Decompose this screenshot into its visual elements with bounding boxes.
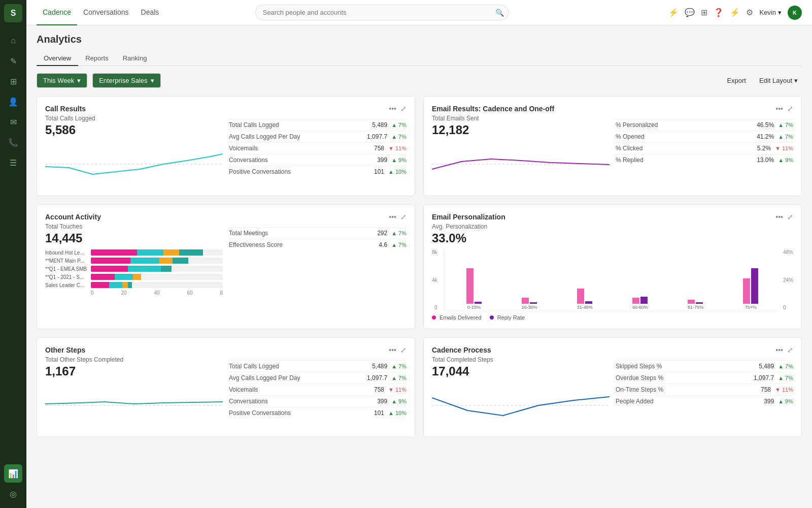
bar-row: **Q1 - 2021 - S...	[45, 274, 223, 280]
other-steps-chart	[45, 383, 223, 425]
cadence-process-total-label: Total Completed Steps	[432, 356, 610, 363]
activity-icon[interactable]: ⚡	[668, 8, 679, 17]
cadence-process-card: Cadence Process ••• ⤢ Total Completed St…	[423, 337, 802, 437]
email-personalization-header: Email Personalization ••• ⤢	[432, 213, 793, 221]
main-area: Cadence Conversations Deals 🔍 ⚡ 💬 ⊞ ❓ ⚡ …	[26, 0, 812, 508]
call-results-card: Call Results ••• ⤢ Total Calls Logged 5,…	[37, 96, 415, 196]
email-results-right: % Personalized 46.5% ▲ 7% % Opened 41.2%	[616, 115, 793, 166]
nav-tab-deals[interactable]: Deals	[135, 0, 165, 25]
sub-tab-reports[interactable]: Reports	[78, 51, 116, 66]
stats-row: % Opened 41.2% ▲ 7%	[616, 131, 793, 142]
account-activity-stats: Total Meetings 292 ▲ 7% Effectiveness Sc…	[229, 227, 407, 250]
bar-axis: 0 20 40 60 8	[45, 290, 223, 296]
call-results-chart	[45, 141, 223, 183]
bolt-icon[interactable]: ⚡	[730, 8, 740, 17]
sidebar-item-grid[interactable]: ⊞	[4, 72, 22, 90]
email-results-card: Email Results: Cadence and One-off ••• ⤢…	[423, 96, 802, 196]
stats-row: Avg Calls Logged Per Day 1,097.7 ▲ 7%	[229, 372, 407, 384]
call-results-body: Total Calls Logged 5,586 Total C	[45, 115, 407, 187]
cadence-process-chart	[432, 383, 610, 425]
email-personalization-title: Email Personalization	[432, 213, 505, 221]
sidebar-item-target[interactable]: ◎	[4, 485, 22, 503]
sidebar-item-person[interactable]: 👤	[4, 92, 22, 111]
chat-icon[interactable]: 💬	[685, 8, 695, 17]
other-steps-right: Total Calls Logged 5,489 ▲ 7% Avg Calls …	[229, 356, 407, 419]
more-options-icon[interactable]: •••	[389, 105, 396, 113]
expand-icon[interactable]: ⤢	[400, 213, 407, 221]
more-options-icon[interactable]: •••	[389, 213, 396, 221]
call-results-header: Call Results ••• ⤢	[45, 105, 407, 113]
email-results-header: Email Results: Cadence and One-off ••• ⤢	[432, 105, 793, 113]
content-area: Analytics Overview Reports Ranking This …	[26, 25, 812, 508]
email-results-total-value: 12,182	[432, 123, 610, 137]
top-navigation: Cadence Conversations Deals 🔍 ⚡ 💬 ⊞ ❓ ⚡ …	[26, 0, 812, 25]
sidebar: S ⌂ ✎ ⊞ 👤 ✉ 📞 ☰ 📊 ◎	[0, 0, 26, 508]
sidebar-item-mail[interactable]: ✉	[4, 113, 22, 131]
search-icon[interactable]: 🔍	[495, 9, 504, 17]
other-steps-total-value: 1,167	[45, 364, 223, 378]
edit-layout-button[interactable]: Edit Layout ▾	[755, 74, 802, 87]
email-results-total-label: Total Emails Sent	[432, 115, 610, 122]
more-options-icon[interactable]: •••	[775, 213, 783, 221]
period-filter[interactable]: This Week ▾	[37, 73, 87, 88]
email-results-left: Total Emails Sent 12,182	[432, 115, 610, 187]
stats-row: % Clicked 5.2% ▼ 11%	[616, 142, 793, 154]
bar-row: **MENT Main P...	[45, 258, 223, 264]
sub-tab-ranking[interactable]: Ranking	[116, 51, 154, 66]
call-results-total-label: Total Calls Logged	[45, 115, 223, 122]
email-results-body: Total Emails Sent 12,182 % Perso	[432, 115, 793, 187]
stats-row: Total Meetings 292 ▲ 7%	[229, 227, 407, 239]
cadence-process-stats: Skipped Steps % 5,489 ▲ 7% Overdue Steps…	[616, 360, 793, 407]
sidebar-item-edit[interactable]: ✎	[4, 52, 22, 70]
nav-tab-cadence[interactable]: Cadence	[37, 0, 77, 25]
stats-row: Positive Conversations 101 ▲ 10%	[229, 407, 407, 419]
email-chart	[432, 141, 610, 183]
user-name: Kevin	[759, 9, 776, 16]
sidebar-item-bookmark[interactable]: ☰	[4, 153, 22, 172]
call-results-left: Total Calls Logged 5,586	[45, 115, 223, 187]
nav-tabs: Cadence Conversations Deals	[37, 0, 165, 25]
expand-icon[interactable]: ⤢	[400, 346, 407, 354]
user-menu[interactable]: Kevin ▾	[759, 9, 782, 16]
account-activity-body: Total Touches 14,445 Inbound Hot Le...	[45, 223, 407, 296]
more-options-icon[interactable]: •••	[775, 105, 783, 113]
cadence-process-actions: ••• ⤢	[775, 346, 793, 354]
account-activity-right: Total Meetings 292 ▲ 7% Effectiveness Sc…	[229, 223, 407, 250]
other-steps-stats: Total Calls Logged 5,489 ▲ 7% Avg Calls …	[229, 360, 407, 419]
cadence-process-body: Total Completed Steps 17,044 Ski	[432, 356, 793, 429]
call-results-right: Total Calls Logged 5,489 ▲ 7% Avg Calls …	[229, 115, 407, 177]
sub-tab-overview[interactable]: Overview	[37, 51, 78, 66]
expand-icon[interactable]: ⤢	[400, 105, 407, 113]
stats-row: % Replied 13.0% ▲ 9%	[616, 154, 793, 166]
export-button[interactable]: Export	[723, 74, 750, 87]
expand-icon[interactable]: ⤢	[787, 346, 793, 354]
bar-row: Inbound Hot Le...	[45, 249, 223, 256]
account-activity-card: Account Activity ••• ⤢ Total Touches 14,…	[37, 204, 415, 329]
sidebar-item-phone[interactable]: 📞	[4, 133, 22, 151]
team-filter[interactable]: Enterprise Sales ▾	[92, 73, 160, 88]
cadence-process-total-value: 17,044	[432, 364, 610, 378]
other-steps-actions: ••• ⤢	[389, 346, 407, 354]
account-activity-total-label: Total Touches	[45, 223, 223, 230]
email-personalization-label: Avg. Personalization	[432, 223, 793, 230]
sidebar-item-analytics[interactable]: 📊	[4, 464, 22, 483]
bar-row: Sales Leader C...	[45, 282, 223, 288]
apps-icon[interactable]: ⊞	[701, 8, 707, 17]
search-input[interactable]	[255, 5, 509, 20]
call-results-stats: Total Calls Logged 5,489 ▲ 7% Avg Calls …	[229, 119, 407, 177]
personalization-legend: Emails Delivered Reply Rate	[432, 314, 793, 321]
app-logo[interactable]: S	[4, 4, 22, 22]
more-options-icon[interactable]: •••	[389, 346, 396, 354]
nav-tab-conversations[interactable]: Conversations	[77, 0, 135, 25]
account-activity-chart: Inbound Hot Le... **MENT Main P...	[45, 249, 223, 296]
expand-icon[interactable]: ⤢	[787, 105, 793, 113]
dashboard-grid: Call Results ••• ⤢ Total Calls Logged 5,…	[37, 96, 802, 437]
help-icon[interactable]: ❓	[714, 8, 724, 17]
settings-icon[interactable]: ⚙	[746, 8, 753, 17]
more-options-icon[interactable]: •••	[775, 346, 783, 354]
email-results-title: Email Results: Cadence and One-off	[432, 105, 554, 113]
avatar[interactable]: K	[788, 6, 802, 20]
sidebar-item-home[interactable]: ⌂	[4, 31, 22, 50]
stats-row: Conversations 399 ▲ 9%	[229, 395, 407, 407]
expand-icon[interactable]: ⤢	[787, 213, 793, 221]
